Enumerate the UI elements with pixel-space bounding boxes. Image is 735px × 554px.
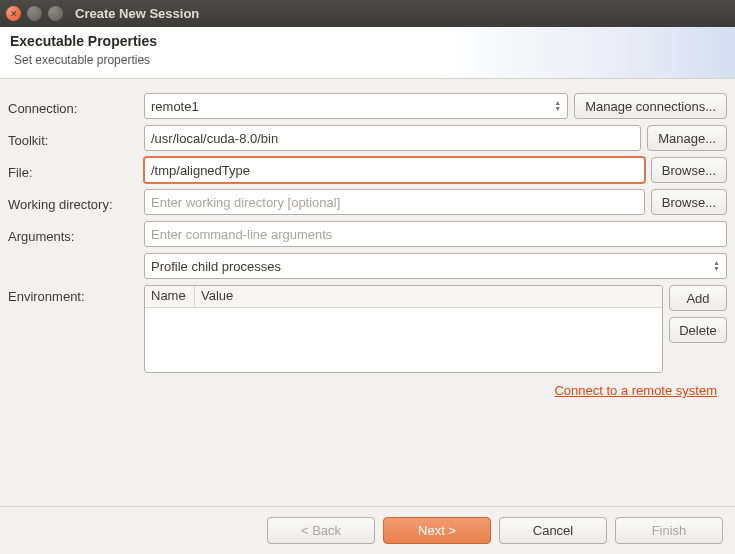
workdir-field[interactable] xyxy=(151,195,638,210)
titlebar: ✕ Create New Session xyxy=(0,0,735,27)
toolkit-label: Toolkit: xyxy=(8,129,138,148)
delete-button[interactable]: Delete xyxy=(669,317,727,343)
empty-label xyxy=(8,264,138,268)
browse-file-button[interactable]: Browse... xyxy=(651,157,727,183)
arguments-label: Arguments: xyxy=(8,225,138,244)
environment-label: Environment: xyxy=(8,285,138,304)
minimize-icon[interactable] xyxy=(27,6,42,21)
file-input[interactable] xyxy=(144,157,645,183)
toolkit-field[interactable] xyxy=(151,131,634,146)
workdir-label: Working directory: xyxy=(8,193,138,212)
banner: Executable Properties Set executable pro… xyxy=(0,27,735,79)
file-field[interactable] xyxy=(151,163,638,178)
arguments-field[interactable] xyxy=(151,227,720,242)
connection-label: Connection: xyxy=(8,97,138,116)
close-icon[interactable]: ✕ xyxy=(6,6,21,21)
back-button[interactable]: < Back xyxy=(267,517,375,544)
connection-select[interactable]: remote1 ▲▼ xyxy=(144,93,568,119)
toolkit-input[interactable] xyxy=(144,125,641,151)
connect-remote-link[interactable]: Connect to a remote system xyxy=(554,383,717,398)
page-subtitle: Set executable properties xyxy=(14,53,725,67)
manage-connections-button[interactable]: Manage connections... xyxy=(574,93,727,119)
manage-button[interactable]: Manage... xyxy=(647,125,727,151)
spinner-icon: ▲▼ xyxy=(713,260,720,272)
file-label: File: xyxy=(8,161,138,180)
finish-button[interactable]: Finish xyxy=(615,517,723,544)
env-col-name[interactable]: Name xyxy=(145,286,195,307)
window-title: Create New Session xyxy=(75,6,199,21)
page-title: Executable Properties xyxy=(10,33,725,49)
profile-value: Profile child processes xyxy=(151,259,281,274)
environment-table[interactable]: Name Value xyxy=(144,285,663,373)
next-button[interactable]: Next > xyxy=(383,517,491,544)
workdir-input[interactable] xyxy=(144,189,645,215)
add-button[interactable]: Add xyxy=(669,285,727,311)
arguments-input[interactable] xyxy=(144,221,727,247)
cancel-button[interactable]: Cancel xyxy=(499,517,607,544)
form-area: Connection: remote1 ▲▼ Manage connection… xyxy=(0,79,735,404)
wizard-footer: < Back Next > Cancel Finish xyxy=(0,506,735,554)
env-table-header: Name Value xyxy=(145,286,662,308)
connection-value: remote1 xyxy=(151,99,199,114)
profile-select[interactable]: Profile child processes ▲▼ xyxy=(144,253,727,279)
browse-workdir-button[interactable]: Browse... xyxy=(651,189,727,215)
maximize-icon[interactable] xyxy=(48,6,63,21)
spinner-icon: ▲▼ xyxy=(554,100,561,112)
env-col-value[interactable]: Value xyxy=(195,286,662,307)
